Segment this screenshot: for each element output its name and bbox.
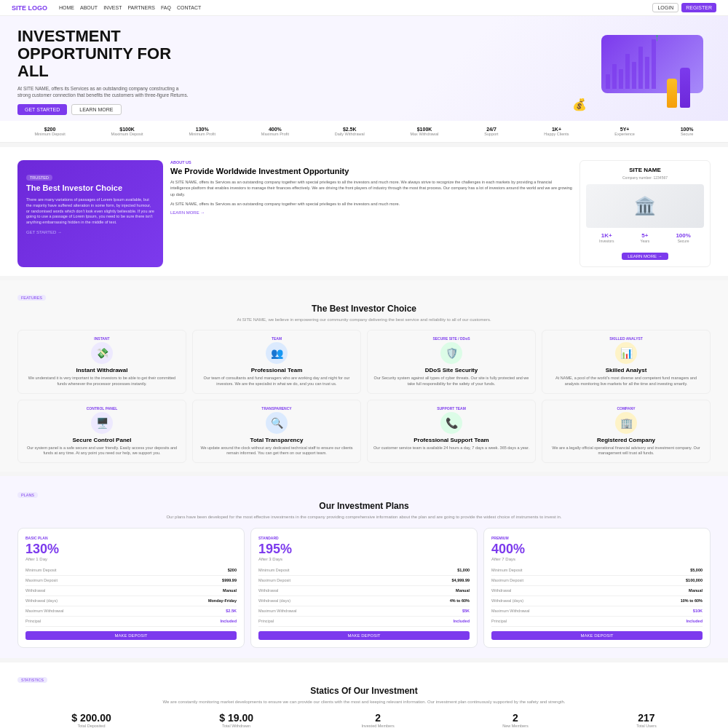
chart-bar-2 — [612, 64, 617, 89]
statics-val-2: 2 — [361, 712, 394, 724]
statics-label-0: Total Deposited — [71, 724, 111, 728]
bic-stat-label-1: Years — [641, 239, 650, 243]
stat-value-3: 400% — [261, 127, 289, 132]
stat-item-9: 100% Secure — [678, 125, 697, 138]
features-title: The Best Investor Choice — [17, 304, 711, 314]
nav-faq[interactable]: FAQ — [161, 5, 171, 10]
get-started-button[interactable]: GET STARTED — [17, 104, 67, 115]
coins-icon: 💰 — [572, 98, 587, 111]
bic-right-title: SITE NAME — [586, 167, 704, 173]
chart-bar-1 — [606, 74, 610, 89]
feature-card-2: SECURE SITE / DDoS 🛡️ DDoS Site Security… — [367, 330, 536, 393]
bic-right-sub: Company number: 1234567 — [586, 175, 704, 180]
plan-row-0-2: WithdrawalManual — [25, 586, 237, 596]
about-section: TRUSTED The Best Investor Choice There a… — [0, 147, 728, 276]
statics-label-1: Total Withdrawn — [219, 724, 253, 728]
statics-val-4: 217 — [636, 712, 657, 724]
stat-item-3: 400% Maximum Profit — [258, 125, 292, 138]
plan-rate-2: 400% — [491, 542, 703, 557]
plan-row-1-4: Maximum Withdrawal$5K — [258, 606, 470, 617]
plan-row-2-5: PrincipalIncluded — [491, 617, 703, 627]
features-subtitle: At SITE NAME, we believe in empowering o… — [17, 317, 711, 323]
plan-btn-1[interactable]: MAKE DEPOSIT — [258, 631, 470, 640]
team-icon: 👥 — [271, 347, 283, 359]
feature-card-3: SKILLED ANALYST 📊 Skilled Analyst At NAM… — [542, 330, 711, 393]
feature-title-5: Total Transparency — [199, 437, 355, 443]
nav-invest[interactable]: INVEST — [103, 5, 122, 10]
statics-title: Statics Of Our Investment — [17, 686, 711, 696]
stat-label-6: Support — [484, 132, 498, 136]
bic-center-title: We Provide Worldwide Investment Opportun… — [170, 167, 572, 175]
bic-right-image: 🏛️ — [586, 184, 704, 228]
feature-desc-4: Our system panel is a safe secure and us… — [24, 446, 180, 456]
stat-value-8: 5Y+ — [614, 127, 635, 132]
bic-stat-0: 1K+ Investors — [599, 232, 614, 243]
statics-label-4: Total Users — [636, 724, 657, 728]
nav-partners[interactable]: PARTNERS — [127, 5, 154, 10]
feature-card-1: TEAM 👥 Professional Team Our team of con… — [192, 330, 361, 393]
hero-buttons: GET STARTED LEARN MORE — [17, 104, 192, 115]
bic-center: ABOUT US We Provide Worldwide Investment… — [170, 160, 572, 267]
plan-period-1: After 3 Days — [258, 557, 470, 561]
bic-grid: TRUSTED The Best Investor Choice There a… — [17, 160, 711, 267]
bic-right-link[interactable]: LEARN MORE → — [622, 253, 668, 260]
bic-stat-label-0: Investors — [599, 239, 614, 243]
nav-contact[interactable]: CONTACT — [177, 5, 201, 10]
plan-rate-0: 130% — [25, 542, 237, 557]
stat-label-5: Max Withdrawal — [410, 132, 438, 136]
plan-card-2: PREMIUM 400% After 7 Days Minimum Deposi… — [483, 528, 711, 648]
feature-desc-5: We update around the clock without any d… — [199, 446, 355, 456]
bic-left-title: The Best Investor Choice — [26, 183, 154, 193]
plan-row-1-3: Withdrawal (days)4% to 60% — [258, 596, 470, 606]
plan-row-2-4: Maximum Withdrawal$10K — [491, 606, 703, 617]
bic-right-stats: 1K+ Investors 5+ Years 100% Secure — [586, 232, 704, 243]
features-grid-2: CONTROL PANEL 🖥️ Secure Control Panel Ou… — [17, 400, 711, 463]
chart-bar-6 — [638, 47, 643, 89]
feature-badge-6: SUPPORT TEAM — [373, 406, 529, 411]
feature-icon-0: 💸 — [91, 342, 113, 364]
stat-item-6: 24/7 Support — [481, 125, 501, 138]
stat-label-0: Minimum Deposit — [34, 132, 65, 136]
bic-left-link[interactable]: GET STARTED → — [26, 230, 154, 234]
plan-row-2-3: Withdrawal (days)10% to 60% — [491, 596, 703, 606]
plan-row-1-1: Maximum Deposit$4,999.99 — [258, 576, 470, 586]
feature-title-3: Skilled Analyst — [548, 367, 704, 373]
figure-1 — [667, 79, 677, 108]
feature-desc-7: We are a legally official operational fi… — [548, 446, 704, 456]
feature-badge-3: SKILLED ANALYST — [548, 336, 704, 341]
feature-badge-0: INSTANT — [24, 336, 180, 341]
plan-btn-2[interactable]: MAKE DEPOSIT — [491, 631, 703, 640]
learn-more-button[interactable]: LEARN MORE — [71, 104, 121, 115]
feature-title-4: Secure Control Panel — [24, 437, 180, 443]
nav-about[interactable]: ABOUT — [80, 5, 98, 10]
chart-bar-8 — [652, 39, 656, 89]
feature-title-1: Professional Team — [199, 367, 355, 373]
bic-left-desc: There are many variations of passages of… — [26, 197, 154, 225]
plan-btn-0[interactable]: MAKE DEPOSIT — [25, 631, 237, 640]
feature-badge-4: CONTROL PANEL — [24, 406, 180, 411]
stat-value-6: 24/7 — [484, 127, 498, 132]
feature-icon-4: 🖥️ — [91, 412, 113, 434]
login-button[interactable]: LOGIN — [652, 3, 678, 12]
stat-item-5: $100K Max Withdrawal — [407, 125, 441, 138]
hero-section: INVESTMENT OPPORTUNITY FOR ALL At SITE N… — [0, 16, 728, 121]
stat-label-9: Secure — [681, 132, 694, 136]
bic-center-link[interactable]: LEARN MORE → — [170, 210, 572, 215]
feature-title-6: Professional Support Team — [373, 437, 529, 443]
feature-card-7: COMPANY 🏢 Registered Company We are a le… — [542, 400, 711, 463]
nav-home[interactable]: HOME — [59, 5, 74, 10]
stat-value-5: $100K — [410, 127, 438, 132]
register-button[interactable]: REGISTER — [681, 3, 716, 12]
stat-label-2: Minimum Profit — [189, 132, 215, 136]
bic-stat-label-2: Secure — [676, 239, 690, 243]
stats-bar: $200 Minimum Deposit $100K Maximum Depos… — [0, 121, 728, 143]
plan-badge-1: STANDARD — [258, 536, 470, 540]
feature-desc-6: Our customer service team is available 2… — [373, 446, 529, 451]
figure-2 — [680, 68, 690, 108]
plan-row-0-4: Maximum Withdrawal$2.5K — [25, 606, 237, 617]
hero-title: INVESTMENT OPPORTUNITY FOR ALL — [17, 28, 192, 81]
stat-item-0: $200 Minimum Deposit — [31, 125, 68, 138]
feature-desc-1: Our team of consultants and fund manager… — [199, 376, 355, 387]
stat-value-9: 100% — [681, 127, 694, 132]
feature-title-2: DDoS Site Security — [373, 367, 529, 373]
